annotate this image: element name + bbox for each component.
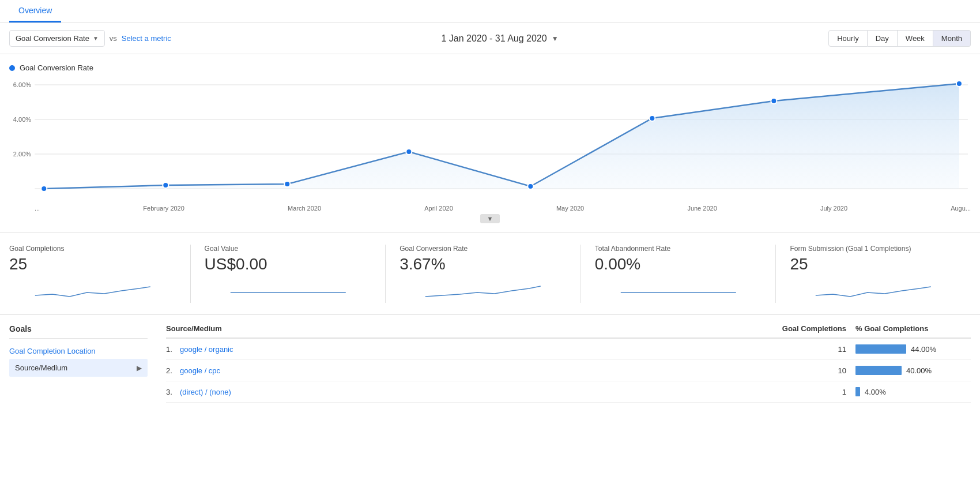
x-label-mar: March 2020 — [288, 205, 321, 212]
chevron-right-icon: ▶ — [137, 364, 142, 372]
row-num-3: 3. — [166, 388, 180, 396]
svg-point-11 — [406, 149, 412, 155]
mini-chart-conversion — [399, 278, 567, 301]
row-percent-cell-1: 44.00% — [855, 344, 971, 354]
row-num-1: 1. — [166, 345, 180, 354]
time-btn-month[interactable]: Month — [933, 30, 971, 47]
chart-container: 6.00% 4.00% 2.00% — [9, 77, 971, 204]
metric-label-abandonment: Total Abandonment Rate — [595, 245, 762, 253]
metric-card-form: Form Submission (Goal 1 Completions) 25 — [790, 245, 971, 303]
metric-card-abandonment: Total Abandonment Rate 0.00% — [595, 245, 777, 303]
scroll-indicator[interactable]: ▼ — [480, 214, 500, 223]
metric-value-abandonment: 0.00% — [595, 255, 762, 273]
row-completions-3: 1 — [775, 388, 855, 396]
table-panel: Source/Medium Goal Completions % Goal Co… — [166, 324, 971, 403]
table-header: Source/Medium Goal Completions % Goal Co… — [166, 324, 971, 339]
metric-dropdown[interactable]: Goal Conversion Rate ▼ — [9, 30, 105, 47]
metric-value-completions: 25 — [9, 255, 176, 273]
bar-3 — [855, 387, 860, 396]
table-row: 2. google / cpc 10 40.00% — [166, 360, 971, 381]
svg-text:4.00%: 4.00% — [13, 116, 32, 123]
svg-point-8 — [41, 186, 47, 192]
tab-bar: Overview — [0, 0, 980, 23]
row-percent-cell-2: 40.00% — [855, 366, 971, 375]
svg-point-9 — [163, 182, 168, 188]
metric-label-conversion: Goal Conversion Rate — [399, 245, 567, 253]
percent-text-1: 44.00% — [911, 345, 936, 354]
mini-chart-form — [790, 278, 957, 301]
metric-card-completions: Goal Completions 25 — [9, 245, 191, 303]
x-label-feb: February 2020 — [143, 205, 184, 212]
time-buttons-group: Hourly Day Week Month — [828, 30, 971, 47]
source-medium-item[interactable]: Source/Medium ▶ — [9, 359, 148, 377]
bottom-section: Goals Goal Completion Location Source/Me… — [0, 314, 980, 412]
svg-point-10 — [284, 181, 290, 187]
bar-2 — [855, 366, 902, 375]
chart-section: Goal Conversion Rate 6.00% 4.00% 2.00% — [0, 54, 980, 232]
row-source-3[interactable]: (direct) / (none) — [180, 388, 775, 396]
metric-selector: Goal Conversion Rate ▼ vs Select a metri… — [9, 30, 171, 47]
svg-text:6.00%: 6.00% — [13, 81, 32, 88]
svg-point-12 — [527, 183, 533, 189]
time-btn-hourly[interactable]: Hourly — [828, 30, 868, 47]
metric-label-value: Goal Value — [205, 245, 372, 253]
row-completions-1: 11 — [775, 345, 855, 354]
percent-text-3: 4.00% — [865, 388, 886, 396]
tab-overview[interactable]: Overview — [9, 0, 61, 22]
vs-label: vs — [110, 34, 117, 43]
goal-completion-location-link[interactable]: Goal Completion Location — [9, 343, 148, 359]
chart-svg: 6.00% 4.00% 2.00% — [9, 77, 971, 204]
chevron-down-icon-date: ▼ — [552, 35, 559, 43]
metrics-row: Goal Completions 25 Goal Value US$0.00 G… — [0, 232, 980, 314]
toolbar: Goal Conversion Rate ▼ vs Select a metri… — [0, 23, 980, 54]
row-percent-cell-3: 4.00% — [855, 387, 971, 396]
goals-title: Goals — [9, 324, 148, 339]
col-completions-header: Goal Completions — [775, 324, 855, 333]
time-btn-week[interactable]: Week — [898, 30, 933, 47]
chart-legend: Goal Conversion Rate — [9, 63, 971, 72]
x-label-jan: ... — [35, 205, 40, 212]
metric-label-completions: Goal Completions — [9, 245, 176, 253]
x-label-apr: April 2020 — [424, 205, 453, 212]
x-label-jun: June 2020 — [687, 205, 717, 212]
metric-label: Goal Conversion Rate — [16, 34, 89, 43]
bar-1 — [855, 344, 906, 354]
x-label-may: May 2020 — [556, 205, 584, 212]
row-source-1[interactable]: google / organic — [180, 345, 775, 354]
mini-chart-abandonment — [595, 278, 762, 301]
table-row: 3. (direct) / (none) 1 4.00% — [166, 381, 971, 403]
metric-value-form: 25 — [790, 255, 957, 273]
time-btn-day[interactable]: Day — [868, 30, 898, 47]
svg-text:2.00%: 2.00% — [13, 151, 32, 158]
svg-point-15 — [956, 81, 962, 87]
metric-label-form: Form Submission (Goal 1 Completions) — [790, 245, 957, 253]
x-label-jul: July 2020 — [820, 205, 847, 212]
percent-text-2: 40.00% — [906, 366, 932, 375]
metric-card-conversion: Goal Conversion Rate 3.67% — [399, 245, 581, 303]
goals-panel: Goals Goal Completion Location Source/Me… — [9, 324, 148, 403]
mini-chart-value — [205, 278, 372, 301]
svg-marker-7 — [44, 84, 959, 189]
metric-value-value: US$0.00 — [205, 255, 372, 273]
metric-value-conversion: 3.67% — [399, 255, 567, 273]
legend-label: Goal Conversion Rate — [20, 63, 93, 72]
row-source-2[interactable]: google / cpc — [180, 366, 775, 375]
legend-dot — [9, 65, 15, 71]
date-range-label: 1 Jan 2020 - 31 Aug 2020 — [441, 33, 546, 44]
col-percent-header: % Goal Completions — [855, 324, 971, 333]
date-range-selector[interactable]: 1 Jan 2020 - 31 Aug 2020 ▼ — [441, 33, 558, 44]
col-source-header: Source/Medium — [166, 324, 775, 333]
select-metric-link[interactable]: Select a metric — [122, 34, 171, 43]
table-row: 1. google / organic 11 44.00% — [166, 339, 971, 360]
source-medium-label: Source/Medium — [15, 363, 67, 372]
row-num-2: 2. — [166, 366, 180, 375]
svg-point-13 — [649, 115, 655, 121]
svg-point-14 — [771, 98, 777, 104]
chevron-down-icon: ▼ — [93, 35, 99, 42]
metric-card-value: Goal Value US$0.00 — [205, 245, 386, 303]
x-label-aug: Augu... — [951, 205, 971, 212]
row-completions-2: 10 — [775, 366, 855, 375]
mini-chart-completions — [9, 278, 176, 301]
